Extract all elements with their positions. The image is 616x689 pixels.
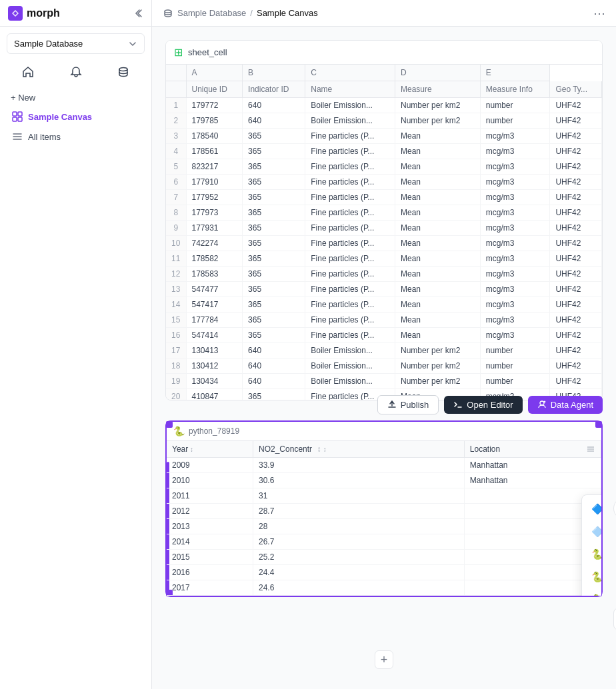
data-cell: Number per km2	[395, 358, 480, 374]
data-cell: 640	[243, 113, 305, 129]
database-bottom-icon[interactable]	[613, 608, 616, 630]
context-menu-item-python-report[interactable]: 🐍 Python (Report)	[582, 588, 601, 596]
python-col-location: Location	[465, 441, 601, 458]
data-cell: UHF42	[550, 190, 602, 205]
row-number-cell: 19	[166, 374, 186, 389]
data-cell: Fine particles (P...	[305, 175, 395, 190]
data-cell: UHF42	[550, 343, 602, 358]
data-cell: Fine particles (P...	[305, 328, 395, 343]
data-cell: 177931	[186, 221, 243, 236]
database-selector[interactable]: Sample Database	[7, 33, 145, 54]
breadcrumb-canvas: Sample Canvas	[257, 8, 318, 18]
data-cell: 640	[243, 98, 305, 113]
new-button[interactable]: + New	[3, 89, 149, 107]
open-editor-button[interactable]: Open Editor	[444, 396, 522, 414]
sheet-col-d: D	[395, 65, 480, 81]
data-cell: 365	[243, 251, 305, 267]
table-row: 2179785640Boiler Emission...Number per k…	[166, 113, 602, 129]
data-cell: UHF42	[550, 175, 602, 190]
context-menu-item-source[interactable]: 🔷 Source	[582, 498, 601, 520]
data-cell: UHF42	[550, 297, 602, 313]
data-cell: Mean	[395, 236, 480, 251]
table-row: 201624.4	[167, 565, 601, 580]
data-cell: mcg/m3	[480, 190, 550, 205]
data-cell: 365	[243, 297, 305, 313]
data-cell: 130434	[186, 374, 243, 389]
home-icon-button[interactable]	[5, 61, 51, 83]
data-agent-label: Data Agent	[551, 400, 593, 410]
table-row: 201426.7	[167, 534, 601, 550]
topbar: Sample Database / Sample Canvas ⋯	[152, 0, 616, 27]
data-cell	[464, 519, 601, 534]
data-cell: Boiler Emission...	[305, 374, 395, 389]
source-icon: 🔷	[591, 503, 601, 515]
data-cell: mcg/m3	[480, 205, 550, 221]
context-menu-item-python-chart[interactable]: 🐍 Python (Chart)	[582, 566, 601, 588]
context-menu-item-source-readonly[interactable]: 🔷 Source (Read only)	[582, 520, 601, 543]
data-cell: 31	[253, 488, 465, 504]
data-cell: Mean	[395, 175, 480, 190]
data-cell: 177910	[186, 175, 243, 190]
database-icon-button[interactable]	[101, 61, 146, 83]
notification-icon-button[interactable]	[53, 61, 99, 83]
data-cell: 24.6	[253, 580, 465, 596]
svg-point-5	[165, 10, 171, 13]
sheet-col-e: E	[480, 65, 550, 81]
data-cell: 2010	[167, 473, 253, 488]
svg-point-6	[540, 401, 544, 405]
data-cell: Number per km2	[395, 113, 480, 129]
canvas-area: ⊞ sheet_cell A B C D E	[152, 27, 616, 689]
data-cell: Fine particles (P...	[305, 297, 395, 313]
resize-handle-tr[interactable]	[595, 421, 602, 428]
row-number-cell: 9	[166, 221, 186, 236]
data-cell: UHF42	[550, 313, 602, 328]
sidebar-item-allitems[interactable]: All items	[3, 127, 149, 147]
sort-icon: ↕	[317, 444, 321, 454]
table-row: 201030.6Manhattan	[167, 473, 601, 488]
data-cell: UHF42	[550, 205, 602, 221]
sheet-table-container: A B C D E Unique ID Indicator ID Name Me…	[166, 65, 602, 400]
svg-point-0	[119, 68, 127, 71]
data-cell: mcg/m3	[480, 282, 550, 297]
sheet-data-table: A B C D E Unique ID Indicator ID Name Me…	[166, 65, 602, 400]
data-cell: Mean	[395, 129, 480, 144]
database-name: Sample Database	[14, 39, 83, 49]
main-content: Sample Database / Sample Canvas ⋯ ⊞ shee…	[152, 0, 616, 689]
data-cell: 178582	[186, 251, 243, 267]
table-row: 13547477365Fine particles (P...Meanmcg/m…	[166, 282, 602, 297]
data-cell: 177784	[186, 313, 243, 328]
row-number-cell: 15	[166, 313, 186, 328]
sidebar-item-canvas[interactable]: Sample Canvas	[3, 107, 149, 127]
add-block-button[interactable]: +	[375, 650, 393, 669]
data-cell: UHF42	[550, 144, 602, 159]
data-cell: Boiler Emission...	[305, 98, 395, 113]
breadcrumb-separator: /	[250, 8, 253, 18]
data-cell: mcg/m3	[480, 175, 550, 190]
resize-handle-tl[interactable]	[166, 421, 173, 428]
context-menu-item-python-transform[interactable]: 🐍 Python (Transform)	[582, 543, 601, 566]
python-table-header: Year NO2_Concentr ↕ Location	[167, 441, 601, 458]
more-options-button[interactable]: ⋯	[593, 6, 605, 21]
data-cell: 2011	[167, 488, 253, 504]
table-row: 19130434640Boiler Emission...Number per …	[166, 374, 602, 389]
data-cell	[464, 488, 601, 504]
data-cell: UHF42	[550, 251, 602, 267]
play-button[interactable]	[613, 497, 616, 520]
table-row: 1179772640Boiler Emission...Number per k…	[166, 98, 602, 113]
row-number-cell: 12	[166, 267, 186, 282]
table-row: 17130413640Boiler Emission...Number per …	[166, 343, 602, 358]
sheet-cell-header: ⊞ sheet_cell	[166, 41, 602, 65]
sidebar: morph Sample Database	[0, 0, 152, 689]
data-cell: 130412	[186, 358, 243, 374]
sheet-col-measureinfo: Measure Info	[480, 81, 550, 98]
data-cell: Mean	[395, 159, 480, 175]
python-report-icon: 🐍	[591, 594, 601, 596]
data-cell: Boiler Emission...	[305, 113, 395, 129]
collapse-button[interactable]	[133, 8, 143, 19]
svg-rect-3	[13, 117, 17, 121]
sheet-col-a: A	[186, 65, 243, 81]
data-agent-button[interactable]: Data Agent	[528, 396, 603, 414]
python-table-body: 200933.9Manhattan201030.6Manhattan201131…	[167, 458, 601, 596]
data-cell: 178583	[186, 267, 243, 282]
publish-button[interactable]: Publish	[377, 395, 439, 414]
